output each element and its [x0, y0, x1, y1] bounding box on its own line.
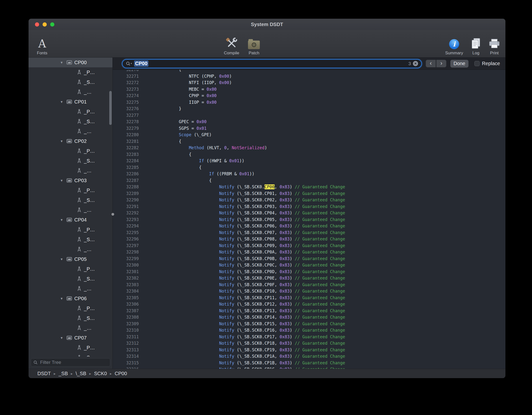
code-line: 32276 }: [113, 105, 505, 112]
code-text: GPEC = 0x00: [149, 119, 206, 125]
tree-node-_[interactable]: _…: [29, 284, 112, 294]
tree-node-_s[interactable]: _S…: [29, 353, 112, 356]
filter-tree-input[interactable]: [40, 359, 108, 365]
breadcrumb-separator-icon: ▸: [89, 371, 91, 376]
breadcrumb-item[interactable]: CP00: [115, 371, 127, 376]
line-number: 32298: [113, 249, 139, 255]
method-icon: [77, 89, 82, 95]
fonts-label: Fonts: [37, 51, 47, 56]
breadcrumb-item[interactable]: DSDT: [37, 371, 51, 376]
disclosure-triangle-icon[interactable]: ▼: [60, 139, 66, 143]
tree-node-cp04[interactable]: ▼CP04: [29, 215, 112, 225]
zoom-button[interactable]: [50, 22, 54, 27]
log-button[interactable]: Log: [471, 30, 481, 58]
tree-node-_[interactable]: _…: [29, 87, 112, 97]
tree-node-_p[interactable]: _P…: [29, 67, 112, 77]
done-button[interactable]: Done: [450, 60, 469, 68]
sidebar-scrollbar[interactable]: [109, 91, 112, 125]
tree-node-_[interactable]: _…: [29, 166, 112, 176]
breadcrumb-item[interactable]: SCK0: [94, 371, 107, 376]
tree-node-_p[interactable]: _P…: [29, 303, 112, 313]
splitter-handle[interactable]: [111, 213, 114, 216]
code-line: 32274 CPHP = 0x00: [113, 92, 505, 99]
summary-button[interactable]: i Summary: [445, 30, 463, 58]
scope-icon: [66, 217, 72, 222]
tree-node-cp06[interactable]: ▼CP06: [29, 294, 112, 303]
disclosure-triangle-icon[interactable]: ▼: [60, 297, 66, 300]
tree-node-_[interactable]: _…: [29, 323, 112, 333]
disclosure-triangle-icon[interactable]: ▼: [60, 336, 66, 340]
tree-node-_s[interactable]: _S…: [29, 77, 112, 87]
search-menu-icon[interactable]: [126, 61, 132, 66]
breadcrumb-item[interactable]: _SB: [59, 371, 68, 376]
close-button[interactable]: [35, 22, 39, 27]
desktop-background: { "window": { "title": "System DSDT" }, …: [0, 0, 532, 415]
patch-button[interactable]: ⚙ Patch: [248, 30, 260, 58]
disclosure-triangle-icon[interactable]: ▼: [60, 100, 66, 104]
tree-node-label: _S…: [84, 237, 95, 242]
print-button[interactable]: Print: [489, 30, 500, 58]
code-text: Notify (\_SB.SCK0.CP07, 0x83) // Guarant…: [149, 229, 345, 236]
tree-node-_[interactable]: _…: [29, 205, 112, 215]
disclosure-triangle-icon[interactable]: ▼: [60, 61, 66, 64]
tree-node-_p[interactable]: _P…: [29, 185, 112, 195]
line-number: 32313: [113, 347, 139, 353]
code-text: Notify (\_SB.SCK0.CP1A, 0x83) // Guarant…: [149, 353, 345, 360]
code-text: MEBC = 0x00: [149, 86, 217, 93]
line-number: 32276: [113, 105, 139, 112]
minimize-button[interactable]: [43, 22, 47, 27]
tree-node-cp07[interactable]: ▼CP07: [29, 333, 112, 343]
tree-node-_p[interactable]: _P…: [29, 343, 112, 353]
code-line: 32300 Notify (\_SB.SCK0.CP0C, 0x83) // G…: [113, 262, 505, 268]
tree-node-_s[interactable]: _S…: [29, 235, 112, 244]
search-input[interactable]: CP00 3 ✕: [122, 59, 422, 68]
tree-node-cp03[interactable]: ▼CP03: [29, 176, 112, 185]
replace-checkbox[interactable]: [474, 61, 480, 66]
tree-node-_s[interactable]: _S…: [29, 274, 112, 284]
tree-node-cp05[interactable]: ▼CP05: [29, 254, 112, 264]
tree-node-cp01[interactable]: ▼CP01: [29, 97, 112, 107]
tree-node-label: _…: [84, 286, 92, 292]
code-text: {: [149, 70, 181, 73]
method-icon: [77, 197, 82, 203]
code-text: Notify (\_SB.SCK0.CP03, 0x83) // Guarant…: [149, 203, 345, 210]
disclosure-triangle-icon[interactable]: ▼: [60, 257, 66, 261]
tree-node-cp02[interactable]: ▼CP02: [29, 136, 112, 146]
method-icon: [77, 129, 82, 134]
line-number: 32311: [113, 334, 139, 340]
tree-node-_s[interactable]: _S…: [29, 195, 112, 205]
tree-node-_[interactable]: _…: [29, 126, 112, 136]
tree-node-_p[interactable]: _P…: [29, 107, 112, 117]
code-line: 32299 Notify (\_SB.SCK0.CP0B, 0x83) // G…: [113, 255, 505, 262]
tree-node-cp00[interactable]: ▼CP00: [29, 58, 112, 67]
filter-tree-field[interactable]: [31, 358, 110, 367]
disclosure-triangle-icon[interactable]: ▼: [60, 218, 66, 222]
tree-node-_p[interactable]: _P…: [29, 225, 112, 235]
tree-node-label: CP06: [74, 296, 87, 301]
find-next-button[interactable]: ›: [436, 60, 446, 67]
compile-icon: [226, 36, 237, 49]
code-line: 32279 SGPS = 0x01: [113, 125, 505, 132]
clear-search-icon[interactable]: ✕: [413, 61, 418, 66]
find-previous-button[interactable]: ‹: [426, 60, 436, 67]
tree-node-_p[interactable]: _P…: [29, 264, 112, 274]
search-icon: [33, 360, 38, 365]
fonts-button[interactable]: A Fonts: [37, 30, 47, 58]
tree-node-_s[interactable]: _S…: [29, 117, 112, 126]
compile-button[interactable]: Compile: [224, 30, 239, 58]
code-line: 32290 Notify (\_SB.SCK0.CP02, 0x83) // G…: [113, 197, 505, 203]
tree-node-_p[interactable]: _P…: [29, 146, 112, 156]
code-text: Notify (\_SB.SCK0.CP0E, 0x83) // Guarant…: [149, 275, 345, 282]
tree-node-_s[interactable]: _S…: [29, 313, 112, 323]
code-text: Notify (\_SB.SCK0.CP1C, 0x83) // Guarant…: [149, 366, 345, 369]
tree-node-_s[interactable]: _S…: [29, 156, 112, 166]
code-editor[interactable]: 32270 {32271 NTFC (CPHP, 0x00)32272 NTFI…: [113, 70, 505, 369]
tree-node-label: _S…: [84, 355, 95, 357]
tree-node-_[interactable]: _…: [29, 244, 112, 254]
breadcrumb-item[interactable]: \_SB: [76, 371, 86, 376]
tree-node-label: _S…: [84, 158, 95, 164]
disclosure-triangle-icon[interactable]: ▼: [60, 179, 66, 182]
method-icon: [77, 355, 82, 356]
replace-toggle[interactable]: Replace: [474, 61, 500, 66]
titlebar[interactable]: System DSDT: [29, 19, 505, 30]
